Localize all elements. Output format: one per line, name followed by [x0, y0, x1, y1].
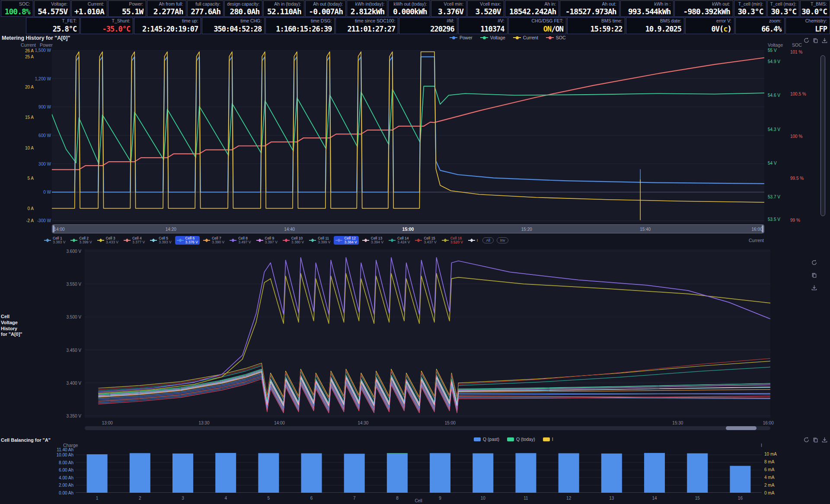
stat-tile-bms-date: BMS date:10.9.2025 — [626, 17, 684, 34]
cell-legend-item-cell-10[interactable]: Cell 103.380 V — [281, 236, 306, 245]
timebar-handle-left[interactable] — [53, 225, 54, 233]
stat-label: kWh out (today): — [394, 1, 427, 6]
legend-item-voltage[interactable]: Voltage — [480, 35, 505, 40]
legend-item-power[interactable]: Power — [450, 35, 472, 40]
stat-value: 0V(c) — [712, 26, 731, 33]
chart2-corner-label: Current — [749, 238, 764, 243]
stat-label: kWh in(today): — [355, 1, 385, 6]
cell-legend-item-cell-15[interactable]: Cell 153.437 V — [413, 236, 438, 245]
download-icon[interactable] — [821, 437, 828, 443]
stat-tile-chemistry: Chemistry:LFP — [785, 17, 830, 34]
cell-legend-text: Cell 123.384 V — [344, 236, 357, 244]
legend-label: Voltage — [490, 35, 505, 40]
metering-time-scrollbar[interactable]: 14:0014:2014:4015:0015:2015:4016:00 — [52, 224, 764, 233]
voltage-tick: 54.3 V — [768, 127, 787, 131]
time-x-tick-15-30: 15:30 — [672, 421, 683, 425]
stat-value: 3.376V — [438, 8, 463, 16]
legend-item-current[interactable]: I — [466, 238, 479, 243]
balancing-chart-toolbar — [803, 437, 828, 443]
download-icon[interactable] — [821, 37, 828, 44]
ma-tick: 6 mA — [764, 467, 783, 472]
voltage-axis-header: Voltage — [768, 42, 783, 48]
metering-vertical-scrollbar[interactable] — [820, 55, 825, 216]
balancing-legend-q-today[interactable]: Q (today) — [507, 437, 535, 442]
charge-tick: 0.00 Ah — [47, 491, 73, 495]
stat-tile-kwh-in-today: kWh in(today):2.812kWh — [347, 0, 387, 17]
cell-voltage-h-scrollbar[interactable] — [85, 426, 770, 430]
bms-dashboard: SOC:100.8%Voltage:54.575VCurrent:+1.010A… — [0, 0, 830, 504]
cell-legend-item-cell-4[interactable]: Cell 43.377 V — [122, 236, 147, 245]
cvh-label-line2: Voltage — [1, 320, 23, 326]
balancing-legend: Q (past)Q (today)I — [474, 437, 553, 442]
cell-legend-item-cell-1[interactable]: Cell 13.383 V — [42, 236, 67, 245]
stat-tile-bms-time: BMS time:15:59:22 — [567, 17, 625, 34]
stat-label: kWh out: — [712, 1, 730, 6]
stat-label: T_BMS: — [811, 1, 827, 6]
cell-legend-text: Cell 33.433 V — [106, 236, 118, 244]
stat-tile-soc: SOC:100.8% — [1, 0, 33, 17]
stat-label: T_cell (max): — [770, 1, 797, 6]
all-button[interactable]: All — [482, 237, 493, 243]
copy-icon[interactable] — [812, 37, 819, 44]
metering-chart-plot[interactable] — [52, 50, 764, 223]
cell-legend-text: Cell 153.437 V — [424, 236, 436, 244]
cell-legend-item-cell-14[interactable]: Cell 143.424 V — [387, 236, 412, 245]
stat-tile-t-shunt: T_Shunt:-35.0°C — [80, 17, 133, 34]
cell-legend-text: Cell 113.399 V — [318, 236, 330, 244]
cell-legend-item-cell-3[interactable]: Cell 33.433 V — [96, 236, 120, 245]
cell-legend-item-cell-9[interactable]: Cell 93.397 V — [255, 236, 279, 245]
legend-item-soc[interactable]: SOC — [546, 35, 566, 40]
power-tick: 0 W — [29, 190, 51, 195]
cell-legend-marker — [283, 240, 290, 241]
cell-legend-text: Cell 93.397 V — [265, 236, 278, 244]
balancing-bar-cell-7 — [344, 454, 365, 493]
cell-legend-item-cell-11[interactable]: Cell 113.399 V — [307, 236, 332, 245]
stat-tile-vcell-min: Vcell min:3.376V — [431, 0, 467, 17]
balancing-legend-q-past[interactable]: Q (past) — [474, 437, 499, 442]
cell-legend-item-cell-6[interactable]: Cell 63.376 V — [175, 236, 200, 245]
cell-legend-item-cell-13[interactable]: Cell 133.394 V — [361, 236, 385, 245]
cell-number-tick: 13 — [609, 496, 614, 501]
time-tick-14-40: 14:40 — [284, 226, 295, 231]
stat-label: BMS date: — [660, 18, 681, 23]
stat-label: time DSG: — [311, 18, 332, 23]
refresh-icon[interactable] — [803, 437, 810, 443]
timebar-handle-right[interactable] — [762, 225, 763, 233]
cell-voltage-chart-plot[interactable] — [85, 249, 770, 418]
time-x-tick-13-30: 13:30 — [198, 421, 209, 425]
inv-button[interactable]: Inv — [497, 237, 508, 243]
refresh-icon[interactable] — [811, 259, 817, 266]
cell-legend-marker — [177, 240, 184, 241]
copy-icon[interactable] — [812, 437, 819, 443]
ma-tick: 8 mA — [764, 459, 783, 464]
cell-legend-item-cell-5[interactable]: Cell 53.393 V — [148, 236, 173, 245]
cell-legend-item-cell-7[interactable]: Cell 73.390 V — [201, 236, 226, 245]
cell-legend-item-cell-12[interactable]: Cell 123.384 V — [334, 236, 358, 245]
voltage-tick: 54 V — [768, 160, 787, 165]
cell-legend-item-cell-2[interactable]: Cell 23.399 V — [69, 236, 93, 245]
cell-voltage-chart-toolbar — [811, 259, 817, 291]
cell-legend-item-cell-8[interactable]: Cell 83.497 V — [228, 236, 252, 245]
time-tick-16-00: 16:00 — [751, 226, 762, 231]
power-tick: 1,500 W — [29, 48, 51, 53]
header-stats-row-2: T_FET:25.8°CT_Shunt:-35.0°Ctime up:2:145… — [0, 17, 830, 34]
voltage-y-tick: 3.450 V — [54, 348, 81, 352]
stat-value: 110374 — [480, 26, 504, 33]
balancing-legend-i[interactable]: I — [543, 437, 553, 442]
cell-legend-item-cell-16[interactable]: Cell 163.520 V — [440, 236, 465, 245]
cell-balancing-chart-plot[interactable] — [76, 450, 762, 493]
charge-tick: 6.00 Ah — [47, 468, 73, 472]
balancing-bar-cell-13 — [601, 453, 622, 493]
stat-value: 55.1W — [122, 8, 143, 16]
cell-voltage-h-scrollbar-thumb[interactable] — [726, 426, 757, 430]
stat-label: kWh in : — [654, 1, 670, 6]
refresh-icon[interactable] — [803, 37, 810, 44]
power-tick: 900 W — [29, 105, 51, 109]
stat-value: ON/ON — [543, 26, 563, 33]
legend-item-current[interactable]: Current — [513, 35, 538, 40]
cvh-label-line3: History — [1, 326, 23, 332]
copy-icon[interactable] — [811, 272, 817, 278]
charge-tick: 10.00 Ah — [47, 453, 73, 457]
download-icon[interactable] — [811, 284, 817, 291]
cell-legend-text: Cell 103.380 V — [291, 236, 304, 244]
